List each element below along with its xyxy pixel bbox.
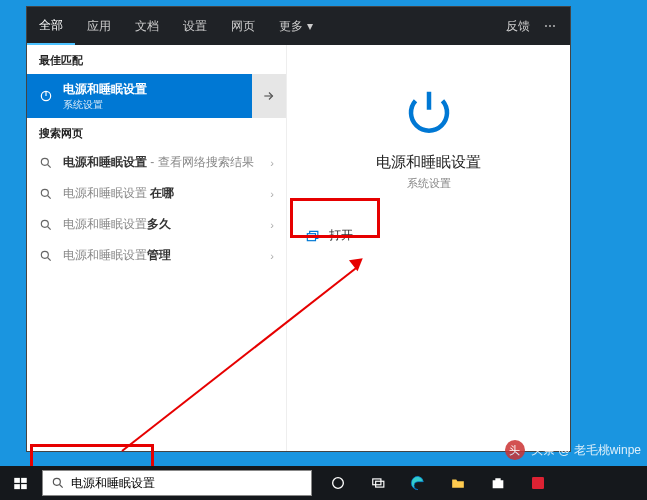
detail-pane: 电源和睡眠设置 系统设置 打开 <box>287 7 570 451</box>
task-view-icon[interactable] <box>358 466 398 500</box>
power-icon <box>39 89 53 103</box>
best-match-sub: 系统设置 <box>63 98 147 112</box>
svg-rect-15 <box>21 484 27 489</box>
results-left-column: 最佳匹配 电源和睡眠设置 系统设置 搜索网页 电源和睡眠设置 - 查看网络搜索结… <box>27 7 287 451</box>
store-icon[interactable] <box>478 466 518 500</box>
chevron-right-icon: › <box>270 157 274 169</box>
search-results-panel: 全部 应用 文档 设置 网页 更多 ▾ 反馈 ⋯ 最佳匹配 电源和睡眠设置 <box>26 6 571 452</box>
tab-apps[interactable]: 应用 <box>75 7 123 45</box>
best-match-item[interactable]: 电源和睡眠设置 系统设置 <box>27 74 286 118</box>
chevron-right-icon: › <box>270 188 274 200</box>
open-icon <box>305 229 319 243</box>
app-red-icon[interactable] <box>518 466 558 500</box>
edge-icon[interactable] <box>398 466 438 500</box>
detail-sub: 系统设置 <box>407 176 451 191</box>
taskbar: 电源和睡眠设置 <box>0 466 647 500</box>
best-match-title: 电源和睡眠设置 <box>63 81 147 98</box>
watermark-icon: 头 <box>505 440 525 460</box>
svg-rect-14 <box>14 484 20 489</box>
search-input-value: 电源和睡眠设置 <box>71 475 155 492</box>
search-icon <box>39 156 53 170</box>
web-result-3[interactable]: 电源和睡眠设置管理 › <box>27 240 286 271</box>
search-icon <box>39 187 53 201</box>
svg-line-10 <box>48 257 51 260</box>
feedback-link[interactable]: 反馈 <box>506 18 530 35</box>
taskbar-search[interactable]: 电源和睡眠设置 <box>42 470 312 496</box>
search-tabs: 全部 应用 文档 设置 网页 更多 ▾ <box>27 7 325 45</box>
svg-point-5 <box>41 189 48 196</box>
svg-rect-13 <box>21 477 27 482</box>
svg-point-9 <box>41 251 48 258</box>
more-icon[interactable]: ⋯ <box>544 19 556 33</box>
tab-all[interactable]: 全部 <box>27 7 75 45</box>
tab-more[interactable]: 更多 ▾ <box>267 7 325 45</box>
chevron-right-icon: › <box>270 219 274 231</box>
chevron-down-icon: ▾ <box>307 19 313 33</box>
search-web-label: 搜索网页 <box>27 118 286 147</box>
search-icon <box>51 476 65 490</box>
search-header: 全部 应用 文档 设置 网页 更多 ▾ 反馈 ⋯ <box>27 7 570 45</box>
svg-rect-21 <box>532 477 544 489</box>
tab-docs[interactable]: 文档 <box>123 7 171 45</box>
search-icon <box>39 218 53 232</box>
chevron-right-icon: › <box>270 250 274 262</box>
arrow-right-icon <box>262 89 276 103</box>
explorer-icon[interactable] <box>438 466 478 500</box>
detail-title: 电源和睡眠设置 <box>376 153 481 172</box>
search-icon <box>39 249 53 263</box>
start-button[interactable] <box>0 466 40 500</box>
web-result-1[interactable]: 电源和睡眠设置 在哪 › <box>27 178 286 209</box>
svg-rect-12 <box>14 477 20 482</box>
svg-line-6 <box>48 195 51 198</box>
svg-line-4 <box>48 164 51 167</box>
svg-point-3 <box>41 158 48 165</box>
watermark: 头 头条 @ 老毛桃winpe <box>505 440 641 460</box>
svg-point-16 <box>53 478 60 485</box>
svg-rect-11 <box>307 233 315 240</box>
windows-icon <box>13 476 28 491</box>
tab-settings[interactable]: 设置 <box>171 7 219 45</box>
web-result-0[interactable]: 电源和睡眠设置 - 查看网络搜索结果 › <box>27 147 286 178</box>
svg-point-7 <box>41 220 48 227</box>
cortana-icon[interactable] <box>318 466 358 500</box>
best-match-label: 最佳匹配 <box>27 45 286 74</box>
web-result-2[interactable]: 电源和睡眠设置多久 › <box>27 209 286 240</box>
tab-web[interactable]: 网页 <box>219 7 267 45</box>
power-icon-large <box>402 85 456 139</box>
expand-arrow[interactable] <box>252 74 286 118</box>
open-action[interactable]: 打开 <box>287 217 570 254</box>
svg-point-18 <box>333 478 344 489</box>
taskbar-icons <box>318 466 558 500</box>
svg-line-8 <box>48 226 51 229</box>
svg-line-17 <box>60 485 63 488</box>
